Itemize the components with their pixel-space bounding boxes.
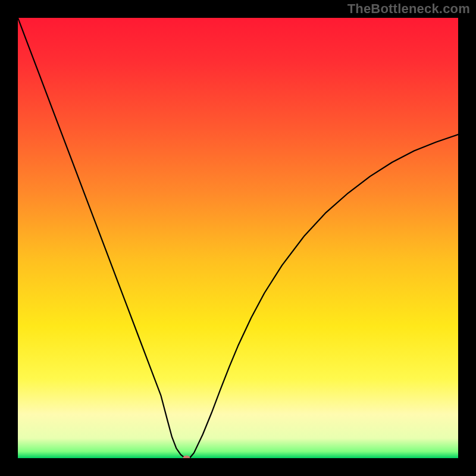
chart-background <box>18 18 458 458</box>
plot-area <box>18 18 458 458</box>
watermark-text: TheBottleneck.com <box>347 1 470 17</box>
chart-svg <box>18 18 458 458</box>
chart-frame: TheBottleneck.com <box>0 0 476 476</box>
